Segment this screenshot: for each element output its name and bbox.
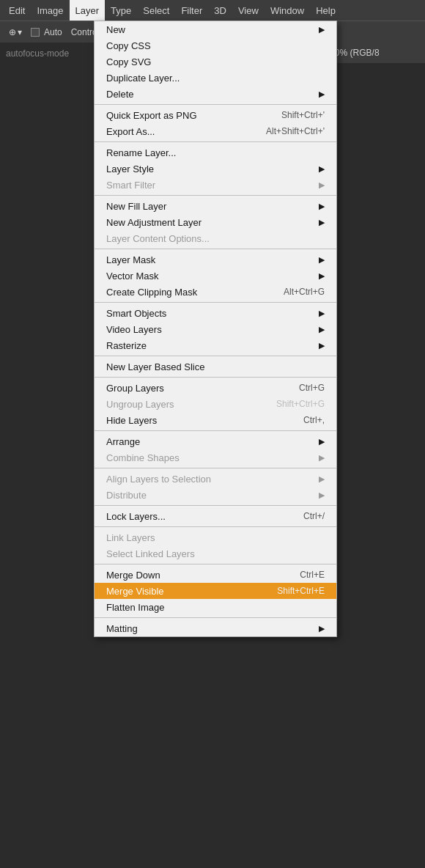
menu-item-vector-mask[interactable]: Vector Mask ▶: [95, 268, 336, 284]
separator-6: [95, 356, 336, 356]
arrow-icon: ▶: [319, 164, 325, 174]
menu-item-duplicate-layer[interactable]: Duplicate Layer...: [95, 70, 336, 86]
menu-item-arrange[interactable]: Arrange ▶: [95, 433, 336, 449]
menu-image[interactable]: Image: [31, 0, 69, 21]
menu-select[interactable]: Select: [137, 0, 175, 21]
separator-7: [95, 377, 336, 378]
menu-item-smart-objects[interactable]: Smart Objects ▶: [95, 305, 336, 321]
menu-item-export-as[interactable]: Export As... Alt+Shift+Ctrl+': [95, 123, 336, 139]
move-tool[interactable]: ⊕ ▾: [6, 26, 25, 39]
menu-item-rasterize[interactable]: Rasterize ▶: [95, 337, 336, 353]
menu-item-copy-svg[interactable]: Copy SVG: [95, 54, 336, 70]
separator-12: [95, 564, 336, 564]
arrow-icon: ▶: [319, 453, 325, 463]
menu-layer[interactable]: Layer: [70, 0, 106, 21]
menu-item-new-adjustment-layer[interactable]: New Adjustment Layer ▶: [95, 214, 336, 230]
menu-item-ungroup-layers[interactable]: Ungroup Layers Shift+Ctrl+G: [95, 396, 336, 412]
arrow-icon: ▶: [319, 89, 325, 99]
menu-type[interactable]: Type: [105, 0, 137, 21]
arrow-icon: ▶: [319, 325, 325, 334]
menu-edit[interactable]: Edit: [3, 0, 31, 21]
arrow-icon: ▶: [319, 341, 325, 350]
menu-item-matting[interactable]: Matting ▶: [95, 620, 336, 636]
menu-item-lock-layers[interactable]: Lock Layers... Ctrl+/: [95, 508, 336, 524]
menu-item-link-layers[interactable]: Link Layers: [95, 529, 336, 545]
arrow-icon: ▶: [319, 25, 325, 34]
separator-8: [95, 430, 336, 431]
menu-item-distribute[interactable]: Distribute ▶: [95, 487, 336, 503]
menu-item-new[interactable]: New ▶: [95, 21, 336, 37]
arrow-icon: ▶: [319, 624, 325, 633]
move-icon: ⊕: [9, 27, 16, 37]
filename-label: autofocus-mode: [6, 48, 69, 59]
layer-dropdown-menu: New ▶ Copy CSS Copy SVG Duplicate Layer.…: [94, 21, 337, 637]
menu-item-quick-export[interactable]: Quick Export as PNG Shift+Ctrl+': [95, 107, 336, 123]
auto-check: [31, 28, 40, 37]
separator-10: [95, 505, 336, 506]
separator-11: [95, 526, 336, 527]
menu-item-layer-style[interactable]: Layer Style ▶: [95, 161, 336, 177]
menu-item-layer-mask[interactable]: Layer Mask ▶: [95, 251, 336, 268]
bg-area: autofocus-mode: [0, 43, 88, 868]
arrow-icon: ▶: [319, 180, 325, 190]
menu-window[interactable]: Window: [265, 0, 310, 21]
arrow-icon: ▶: [319, 309, 325, 318]
menu-3d[interactable]: 3D: [208, 0, 232, 21]
move-arrow: ▾: [18, 27, 22, 37]
menu-item-select-linked-layers[interactable]: Select Linked Layers: [95, 545, 336, 562]
menu-bar: Edit Image Layer Type Select Filter 3D V…: [0, 0, 425, 21]
arrow-icon: ▶: [319, 218, 325, 227]
menu-view[interactable]: View: [232, 0, 265, 21]
separator-3: [95, 195, 336, 196]
separator-4: [95, 249, 336, 249]
menu-item-copy-css[interactable]: Copy CSS: [95, 37, 336, 54]
separator-13: [95, 617, 336, 618]
auto-checkbox[interactable]: Auto: [28, 26, 65, 39]
arrow-icon: ▶: [319, 202, 325, 211]
menu-item-combine-shapes[interactable]: Combine Shapes ▶: [95, 449, 336, 466]
menu-item-new-fill-layer[interactable]: New Fill Layer ▶: [95, 198, 336, 214]
menu-item-rename-layer[interactable]: Rename Layer...: [95, 144, 336, 161]
menu-item-create-clipping-mask[interactable]: Create Clipping Mask Alt+Ctrl+G: [95, 284, 336, 300]
menu-filter[interactable]: Filter: [175, 0, 208, 21]
menu-item-video-layers[interactable]: Video Layers ▶: [95, 321, 336, 337]
menu-item-group-layers[interactable]: Group Layers Ctrl+G: [95, 380, 336, 396]
arrow-icon: ▶: [319, 437, 325, 446]
auto-label: Auto: [44, 27, 62, 37]
menu-item-hide-layers[interactable]: Hide Layers Ctrl+,: [95, 412, 336, 428]
menu-item-layer-content-options[interactable]: Layer Content Options...: [95, 230, 336, 246]
arrow-icon: ▶: [319, 271, 325, 281]
arrow-icon: ▶: [319, 490, 325, 500]
menu-item-delete[interactable]: Delete ▶: [95, 86, 336, 102]
menu-item-new-layer-based-slice[interactable]: New Layer Based Slice: [95, 358, 336, 375]
arrow-icon: ▶: [319, 255, 325, 265]
separator-9: [95, 468, 336, 468]
separator-2: [95, 141, 336, 142]
menu-item-merge-visible[interactable]: Merge Visible Shift+Ctrl+E: [95, 583, 336, 599]
menu-item-align-layers[interactable]: Align Layers to Selection ▶: [95, 471, 336, 487]
menu-help[interactable]: Help: [310, 0, 341, 21]
menu-item-merge-down[interactable]: Merge Down Ctrl+E: [95, 567, 336, 583]
menu-item-flatten-image[interactable]: Flatten Image: [95, 599, 336, 615]
menu-item-smart-filter[interactable]: Smart Filter ▶: [95, 177, 336, 193]
separator-1: [95, 104, 336, 105]
arrow-icon: ▶: [319, 474, 325, 484]
separator-5: [95, 302, 336, 303]
